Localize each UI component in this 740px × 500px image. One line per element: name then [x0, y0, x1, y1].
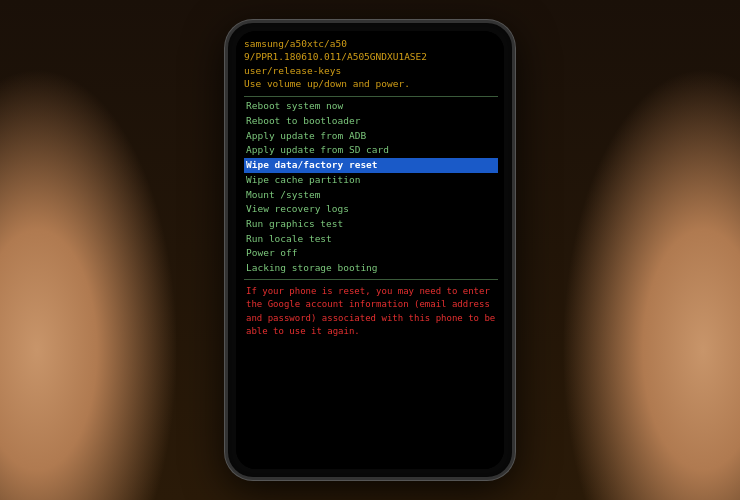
menu-item-8[interactable]: Run graphics test [244, 217, 498, 232]
divider-bottom [244, 279, 498, 280]
header-line-3: user/release-keys [244, 64, 498, 77]
side-button-left1 [225, 103, 226, 143]
menu-item-1[interactable]: Reboot to bootloader [244, 114, 498, 129]
menu-item-0[interactable]: Reboot system now [244, 99, 498, 114]
menu-item-9[interactable]: Run locale test [244, 232, 498, 247]
header-line-4: Use volume up/down and power. [244, 77, 498, 90]
header-line-1: samsung/a50xtc/a50 [244, 37, 498, 50]
menu-item-11[interactable]: Lacking storage booting [244, 261, 498, 276]
menu-item-7[interactable]: View recovery logs [244, 202, 498, 217]
header-section: samsung/a50xtc/a50 9/PPR1.180610.011/A50… [244, 37, 498, 90]
side-button-left2 [225, 153, 226, 213]
menu-section: Reboot system nowReboot to bootloaderApp… [244, 99, 498, 276]
scene: samsung/a50xtc/a50 9/PPR1.180610.011/A50… [0, 0, 740, 500]
menu-item-4[interactable]: Wipe data/factory reset [244, 158, 498, 173]
menu-item-3[interactable]: Apply update from SD card [244, 143, 498, 158]
terminal: samsung/a50xtc/a50 9/PPR1.180610.011/A50… [236, 31, 504, 469]
side-button-right [514, 123, 515, 203]
warning-section: If your phone is reset, you may need to … [244, 283, 498, 341]
warning-text: If your phone is reset, you may need to … [246, 285, 496, 339]
divider-top [244, 96, 498, 97]
menu-item-6[interactable]: Mount /system [244, 188, 498, 203]
menu-item-10[interactable]: Power off [244, 246, 498, 261]
menu-item-5[interactable]: Wipe cache partition [244, 173, 498, 188]
menu-item-2[interactable]: Apply update from ADB [244, 129, 498, 144]
screen: samsung/a50xtc/a50 9/PPR1.180610.011/A50… [236, 31, 504, 469]
phone: samsung/a50xtc/a50 9/PPR1.180610.011/A50… [225, 20, 515, 480]
header-line-2: 9/PPR1.180610.011/A505GNDXU1ASE2 [244, 50, 498, 63]
